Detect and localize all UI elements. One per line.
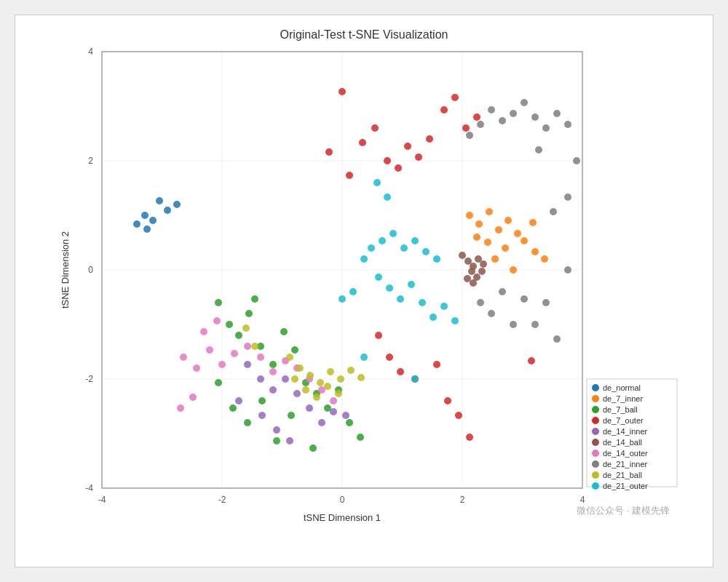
svg-text:de_21_ball: de_21_ball [603, 471, 642, 479]
svg-point-209 [592, 482, 599, 490]
svg-point-129 [177, 404, 184, 412]
svg-point-35 [514, 230, 521, 237]
svg-point-25 [133, 220, 141, 228]
svg-point-177 [397, 295, 404, 303]
svg-text:4: 4 [580, 495, 585, 505]
svg-point-101 [286, 437, 293, 445]
svg-point-183 [339, 295, 346, 303]
svg-point-143 [510, 321, 517, 328]
svg-point-132 [488, 106, 495, 113]
svg-point-60 [244, 419, 251, 426]
svg-point-193 [592, 395, 599, 402]
svg-point-139 [564, 121, 571, 128]
svg-text:-4: -4 [85, 483, 93, 493]
svg-point-173 [422, 248, 430, 255]
svg-point-118 [244, 343, 251, 350]
svg-point-146 [542, 299, 550, 306]
svg-point-24 [149, 217, 157, 224]
svg-point-145 [531, 321, 539, 328]
svg-point-201 [592, 439, 599, 446]
svg-point-136 [531, 113, 539, 121]
svg-point-65 [215, 379, 222, 386]
svg-point-156 [317, 379, 324, 386]
svg-point-74 [404, 143, 411, 150]
svg-point-30 [466, 212, 473, 219]
svg-point-179 [419, 299, 426, 306]
svg-point-81 [375, 332, 382, 339]
svg-point-171 [400, 244, 408, 252]
svg-point-108 [468, 268, 475, 275]
svg-point-138 [553, 110, 561, 117]
svg-point-96 [318, 419, 325, 426]
svg-point-110 [478, 268, 486, 275]
svg-point-51 [280, 328, 288, 335]
svg-point-119 [257, 354, 264, 361]
svg-point-86 [444, 397, 451, 404]
svg-point-150 [564, 194, 571, 201]
svg-point-191 [592, 384, 599, 391]
svg-point-48 [245, 310, 253, 317]
plot-area: -4 -2 0 2 4 4 2 0 -2 -4 tSNE Dimension 1… [58, 44, 684, 525]
svg-point-89 [528, 357, 535, 364]
svg-point-29 [173, 201, 181, 208]
svg-point-140 [477, 299, 484, 306]
svg-point-120 [269, 368, 277, 375]
svg-point-79 [462, 124, 470, 132]
svg-point-197 [592, 417, 599, 424]
svg-point-52 [291, 346, 298, 354]
svg-point-76 [426, 135, 433, 143]
svg-point-111 [464, 275, 471, 282]
svg-point-147 [553, 335, 561, 343]
svg-point-182 [451, 317, 459, 324]
svg-point-189 [411, 375, 419, 383]
svg-point-175 [375, 274, 382, 281]
svg-point-26 [143, 226, 151, 233]
svg-point-38 [502, 244, 509, 252]
svg-point-68 [325, 148, 333, 156]
svg-text:de_7_inner: de_7_inner [603, 394, 643, 403]
svg-point-44 [541, 255, 548, 263]
svg-text:-2: -2 [218, 495, 226, 505]
svg-point-70 [359, 139, 366, 146]
svg-point-33 [495, 226, 502, 234]
svg-text:de_normal: de_normal [603, 383, 641, 392]
svg-point-141 [488, 310, 495, 317]
svg-point-92 [269, 386, 277, 394]
svg-point-37 [484, 239, 491, 246]
svg-point-161 [291, 375, 298, 383]
svg-point-178 [408, 281, 415, 288]
svg-point-203 [592, 450, 599, 457]
svg-point-82 [386, 354, 393, 361]
svg-point-43 [529, 219, 537, 226]
svg-point-36 [473, 234, 480, 241]
svg-point-100 [273, 426, 280, 434]
svg-point-32 [486, 208, 493, 215]
svg-point-159 [347, 367, 355, 374]
svg-point-67 [339, 88, 346, 95]
svg-point-113 [180, 354, 187, 361]
svg-point-133 [499, 117, 506, 124]
svg-point-126 [200, 328, 207, 335]
svg-point-58 [357, 434, 364, 441]
svg-point-77 [440, 106, 448, 113]
svg-point-151 [550, 208, 557, 215]
svg-point-75 [415, 154, 422, 161]
svg-point-62 [273, 437, 280, 445]
svg-point-40 [531, 248, 539, 255]
svg-point-27 [156, 197, 163, 204]
svg-point-144 [521, 295, 528, 303]
svg-point-160 [357, 374, 365, 381]
scatter-plot: -4 -2 0 2 4 4 2 0 -2 -4 tSNE Dimension 1… [58, 44, 684, 525]
svg-point-63 [288, 412, 295, 419]
svg-point-42 [491, 255, 499, 263]
svg-text:de_7_outer: de_7_outer [603, 416, 644, 425]
svg-point-87 [455, 412, 462, 419]
svg-text:2: 2 [460, 495, 465, 505]
svg-point-59 [229, 404, 237, 412]
svg-point-64 [309, 445, 317, 452]
svg-point-134 [510, 110, 517, 117]
svg-text:4: 4 [88, 47, 93, 57]
svg-point-130 [466, 132, 473, 139]
svg-point-186 [373, 179, 381, 186]
svg-point-45 [215, 299, 222, 306]
